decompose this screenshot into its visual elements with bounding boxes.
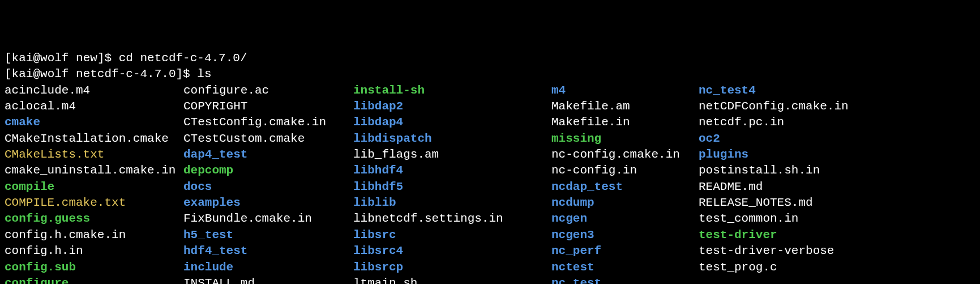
ls-entry: test_common.in — [699, 211, 798, 227]
ls-entry: nc_test4 — [699, 83, 756, 99]
ls-entry: lib_flags.am — [353, 147, 551, 163]
ls-entry: libdap2 — [353, 99, 551, 115]
ls-row: COMPILE.cmake.txtexamplesliblibncdumpREL… — [5, 195, 975, 211]
ls-entry: plugins — [699, 147, 748, 163]
ls-row: configureINSTALL.mdltmain.shnc_test — [5, 275, 975, 284]
ls-entry: nc-config.cmake.in — [551, 147, 699, 163]
command-1: cd netcdf-c-4.7.0/ — [119, 52, 247, 65]
ls-entry: aclocal.m4 — [5, 99, 183, 115]
ls-entry: test-driver-verbose — [699, 243, 834, 259]
ls-entry: libsrc4 — [353, 243, 551, 259]
ls-row: config.h.inhdf4_testlibsrc4nc_perftest-d… — [5, 243, 975, 259]
ls-entry: dap4_test — [183, 147, 353, 163]
ls-entry: examples — [183, 195, 353, 211]
ls-entry: test-driver — [699, 227, 777, 243]
ls-entry: CTestCustom.cmake — [183, 131, 353, 147]
ls-entry: nctest — [551, 260, 699, 275]
prompt-line-2: [kai@wolf netcdf-c-4.7.0]$ ls — [5, 66, 975, 82]
ls-entry: libdap4 — [353, 115, 551, 130]
ls-row: aclocal.m4COPYRIGHTlibdap2Makefile.amnet… — [5, 99, 975, 115]
ls-row: config.subincludelibsrcpnctesttest_prog.… — [5, 260, 975, 275]
ls-output: acinclude.m4configure.acinstall-shm4nc_t… — [5, 83, 975, 284]
ls-entry: m4 — [551, 83, 699, 99]
ls-entry: test_prog.c — [699, 260, 777, 275]
ls-entry: CMakeInstallation.cmake — [5, 131, 183, 147]
ls-entry: ltmain.sh — [353, 275, 551, 284]
ls-entry: config.h.cmake.in — [5, 227, 183, 243]
prompt-line-1: [kai@wolf new]$ cd netcdf-c-4.7.0/ — [5, 50, 975, 66]
ls-entry: ncdump — [551, 195, 699, 211]
ls-entry: FixBundle.cmake.in — [183, 211, 353, 227]
ls-entry: oc2 — [699, 131, 720, 147]
ls-row: cmakeCTestConfig.cmake.inlibdap4Makefile… — [5, 115, 975, 130]
ls-entry: RELEASE_NOTES.md — [699, 195, 813, 211]
ls-entry: h5_test — [183, 227, 353, 243]
ls-entry: ncgen — [551, 211, 699, 227]
ls-entry: cmake_uninstall.cmake.in — [5, 163, 183, 179]
ls-row: config.h.cmake.inh5_testlibsrcncgen3test… — [5, 227, 975, 243]
ls-row: acinclude.m4configure.acinstall-shm4nc_t… — [5, 83, 975, 99]
ls-entry: INSTALL.md — [183, 275, 353, 284]
ls-entry: depcomp — [183, 163, 353, 179]
ls-entry: hdf4_test — [183, 243, 353, 259]
ls-entry: config.sub — [5, 260, 183, 275]
ls-entry: COMPILE.cmake.txt — [5, 195, 183, 211]
ls-entry: libhdf4 — [353, 163, 551, 179]
ls-row: compiledocslibhdf5ncdap_testREADME.md — [5, 179, 975, 195]
ls-entry: configure — [5, 275, 183, 284]
ls-row: CMakeLists.txtdap4_testlib_flags.amnc-co… — [5, 147, 975, 163]
ls-entry: Makefile.in — [551, 115, 699, 130]
ls-entry: ncgen3 — [551, 227, 699, 243]
ls-entry: netcdf.pc.in — [699, 115, 784, 130]
ls-entry: include — [183, 260, 353, 275]
ls-entry: CMakeLists.txt — [5, 147, 183, 163]
ls-entry: CTestConfig.cmake.in — [183, 115, 353, 130]
ls-entry: acinclude.m4 — [5, 83, 183, 99]
ls-entry: libnetcdf.settings.in — [353, 211, 551, 227]
ls-row: CMakeInstallation.cmakeCTestCustom.cmake… — [5, 131, 975, 147]
ls-entry: libhdf5 — [353, 179, 551, 195]
ls-row: cmake_uninstall.cmake.indepcomplibhdf4nc… — [5, 163, 975, 179]
ls-entry: README.md — [699, 179, 763, 195]
ls-entry: docs — [183, 179, 353, 195]
ls-entry: cmake — [5, 115, 183, 130]
ls-entry: missing — [551, 131, 699, 147]
ls-entry: configure.ac — [183, 83, 353, 99]
terminal[interactable]: [kai@wolf new]$ cd netcdf-c-4.7.0/[kai@w… — [5, 50, 975, 284]
ls-entry: nc_test — [551, 275, 699, 284]
ls-entry: netCDFConfig.cmake.in — [699, 99, 849, 115]
ls-entry: ncdap_test — [551, 179, 699, 195]
ls-entry: COPYRIGHT — [183, 99, 353, 115]
ls-entry: libsrcp — [353, 260, 551, 275]
ls-row: config.guessFixBundle.cmake.inlibnetcdf.… — [5, 211, 975, 227]
ls-entry: nc-config.in — [551, 163, 699, 179]
ls-entry: config.h.in — [5, 243, 183, 259]
ls-entry: postinstall.sh.in — [699, 163, 820, 179]
command-2: ls — [197, 67, 211, 80]
ls-entry: install-sh — [353, 83, 551, 99]
ls-entry: Makefile.am — [551, 99, 699, 115]
ls-entry: compile — [5, 179, 183, 195]
ls-entry: nc_perf — [551, 243, 699, 259]
ls-entry: libsrc — [353, 227, 551, 243]
ls-entry: config.guess — [5, 211, 183, 227]
ls-entry: libdispatch — [353, 131, 551, 147]
ls-entry: liblib — [353, 195, 551, 211]
